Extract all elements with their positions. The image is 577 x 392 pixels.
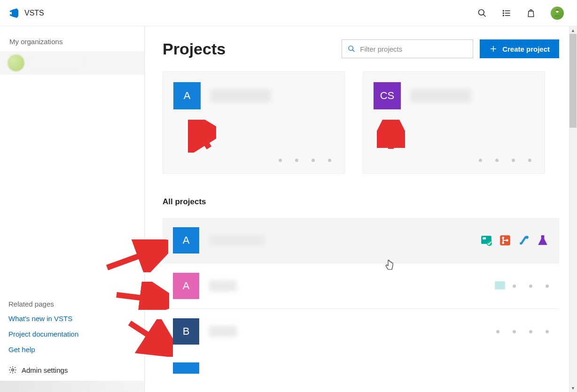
gear-icon xyxy=(8,366,17,374)
user-avatar[interactable] xyxy=(551,7,564,20)
org-avatar xyxy=(8,54,24,71)
all-projects-heading: All projects xyxy=(163,197,559,207)
main-content: Projects Create project xyxy=(145,26,577,392)
link-project-documentation[interactable]: Project documentation xyxy=(8,330,136,338)
project-tile: A xyxy=(173,273,199,299)
svg-rect-22 xyxy=(541,235,545,237)
logo-area[interactable]: VSTS xyxy=(8,8,44,19)
project-tile xyxy=(173,362,199,374)
org-name-redacted xyxy=(30,59,82,67)
scroll-down-arrow[interactable]: ▼ xyxy=(569,384,577,392)
scrollbar[interactable]: ▲ ▼ xyxy=(569,26,577,392)
project-name-redacted xyxy=(209,326,237,337)
filter-projects-input-wrap[interactable] xyxy=(342,39,473,58)
project-tile: B xyxy=(173,318,199,345)
search-icon xyxy=(348,45,355,53)
organization-item[interactable] xyxy=(0,51,144,75)
boards-icon-faded[interactable] xyxy=(494,280,506,292)
header-actions xyxy=(477,7,569,20)
project-tile: A xyxy=(173,82,201,109)
svg-point-20 xyxy=(506,239,508,242)
svg-point-5 xyxy=(503,10,504,11)
create-project-button[interactable]: Create project xyxy=(480,39,559,58)
project-row[interactable]: B xyxy=(163,309,559,354)
project-name-redacted xyxy=(209,235,265,246)
project-row[interactable] xyxy=(163,354,559,374)
project-row[interactable]: A xyxy=(163,218,559,263)
create-project-label: Create project xyxy=(502,45,550,53)
svg-rect-23 xyxy=(495,281,505,289)
sidebar-footer xyxy=(0,381,144,392)
svg-line-11 xyxy=(352,50,354,52)
link-get-help[interactable]: Get help xyxy=(8,346,136,354)
svg-line-1 xyxy=(483,14,486,16)
svg-point-21 xyxy=(525,236,529,239)
vsts-logo-icon xyxy=(8,8,20,19)
related-pages-label: Related pages xyxy=(8,300,136,308)
project-name-redacted xyxy=(209,280,237,292)
scrollbar-thumb[interactable] xyxy=(569,34,577,128)
svg-point-18 xyxy=(502,237,504,239)
svg-point-0 xyxy=(479,9,484,15)
card-service-dots xyxy=(479,159,531,162)
project-card[interactable]: CS xyxy=(363,71,545,174)
pipelines-icon[interactable] xyxy=(518,234,530,246)
my-organizations-label: My organizations xyxy=(0,38,144,51)
admin-settings-link[interactable]: Admin settings xyxy=(8,361,136,381)
repos-icon[interactable] xyxy=(499,234,511,246)
sidebar: My organizations Related pages What's ne… xyxy=(0,26,145,392)
project-name-redacted xyxy=(410,89,471,102)
service-icons xyxy=(480,234,549,246)
boards-icon[interactable] xyxy=(480,234,492,246)
svg-point-19 xyxy=(502,242,504,244)
filter-projects-input[interactable] xyxy=(360,45,467,53)
svg-point-9 xyxy=(12,369,14,371)
plus-icon xyxy=(489,45,498,53)
top-header: VSTS xyxy=(0,0,577,26)
search-icon[interactable] xyxy=(477,8,487,18)
service-icons xyxy=(496,330,549,333)
admin-settings-label: Admin settings xyxy=(22,366,68,374)
card-service-dots xyxy=(279,159,331,162)
project-name-redacted xyxy=(210,89,271,102)
scroll-up-arrow[interactable]: ▲ xyxy=(569,26,577,34)
link-whats-new[interactable]: What's new in VSTS xyxy=(8,315,136,323)
product-name: VSTS xyxy=(24,9,44,17)
svg-point-7 xyxy=(503,15,504,16)
shopping-bag-icon[interactable] xyxy=(526,8,536,18)
project-tile: CS xyxy=(374,82,401,109)
featured-projects-row: A CS xyxy=(163,71,559,174)
service-icons xyxy=(494,280,549,292)
page-title: Projects xyxy=(163,40,226,58)
svg-point-6 xyxy=(503,13,504,14)
test-plans-icon[interactable] xyxy=(537,234,549,246)
list-icon[interactable] xyxy=(502,8,511,18)
project-card[interactable]: A xyxy=(163,71,345,174)
project-row[interactable]: A xyxy=(163,263,559,309)
project-tile: A xyxy=(173,227,199,254)
svg-rect-15 xyxy=(483,238,486,239)
svg-point-10 xyxy=(349,46,353,50)
